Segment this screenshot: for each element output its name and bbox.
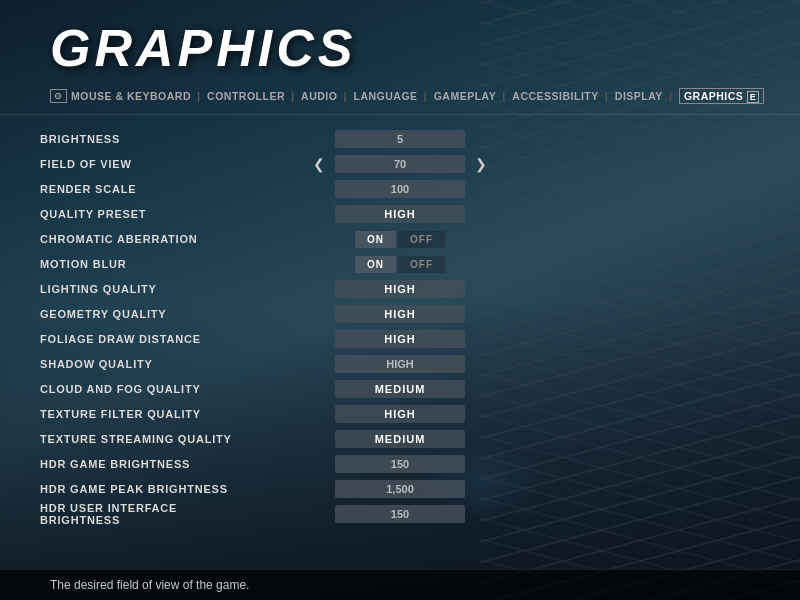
render-scale-value[interactable]: 100	[335, 180, 465, 198]
motion-blur-on[interactable]: ON	[355, 256, 396, 273]
setting-row-hdr-ui: HDR USER INTERFACE BRIGHTNESS 150	[40, 502, 540, 526]
setting-row-hdr-peak: HDR GAME PEAK BRIGHTNESS 1,500	[40, 477, 540, 501]
setting-control-cloud-fog: MEDIUM	[260, 380, 540, 398]
setting-control-hdr-ui: 150	[260, 505, 540, 523]
setting-control-motion-blur: ON OFF	[260, 256, 540, 273]
chromatic-toggle: ON OFF	[355, 231, 445, 248]
lighting-value[interactable]: HIGH	[335, 280, 465, 298]
setting-row-foliage: FOLIAGE DRAW DISTANCE HIGH	[40, 327, 540, 351]
fov-arrow-control: ❮ 70 ❯	[311, 155, 489, 173]
setting-label-texture-streaming: TEXTURE STREAMING QUALITY	[40, 433, 260, 445]
foliage-value[interactable]: HIGH	[335, 330, 465, 348]
hdr-peak-value[interactable]: 1,500	[335, 480, 465, 498]
nav-item-graphics[interactable]: GRAPHICS E	[679, 88, 764, 104]
nav-item-accessibility[interactable]: ACCESSIBILITY	[512, 90, 598, 102]
setting-label-fov: FIELD OF VIEW	[40, 158, 260, 170]
nav-item-display[interactable]: DISPLAY	[615, 90, 663, 102]
fov-arrow-right[interactable]: ❯	[473, 156, 489, 172]
hdr-ui-value[interactable]: 150	[335, 505, 465, 523]
setting-control-quality-preset: HIGH	[260, 205, 540, 223]
chromatic-off[interactable]: OFF	[398, 231, 445, 248]
setting-label-brightness: BRIGHTNESS	[40, 133, 260, 145]
setting-row-cloud-fog: CLOUD AND FOG QUALITY MEDIUM	[40, 377, 540, 401]
setting-label-quality-preset: QUALITY PRESET	[40, 208, 260, 220]
setting-control-fov: ❮ 70 ❯	[260, 155, 540, 173]
page-title: GRAPHICS	[0, 0, 800, 84]
texture-streaming-value[interactable]: MEDIUM	[335, 430, 465, 448]
setting-control-texture-filter: HIGH	[260, 405, 540, 423]
setting-row-texture-filter: TEXTURE FILTER QUALITY HIGH	[40, 402, 540, 426]
nav-item-audio[interactable]: AUDIO	[301, 90, 337, 102]
setting-row-shadow: SHADOW QUALITY HIGH	[40, 352, 540, 376]
setting-row-fov: FIELD OF VIEW ❮ 70 ❯	[40, 152, 540, 176]
tooltip-bar: The desired field of view of the game.	[0, 569, 800, 600]
hdr-brightness-value[interactable]: 150	[335, 455, 465, 473]
setting-label-texture-filter: TEXTURE FILTER QUALITY	[40, 408, 260, 420]
nav-item-language[interactable]: LANGUAGE	[354, 90, 418, 102]
setting-label-lighting: LIGHTING QUALITY	[40, 283, 260, 295]
motion-blur-off[interactable]: OFF	[398, 256, 445, 273]
setting-control-texture-streaming: MEDIUM	[260, 430, 540, 448]
nav-item-controller[interactable]: CONTROLLER	[207, 90, 285, 102]
setting-row-texture-streaming: TEXTURE STREAMING QUALITY MEDIUM	[40, 427, 540, 451]
setting-control-shadow: HIGH	[260, 355, 540, 373]
setting-label-foliage: FOLIAGE DRAW DISTANCE	[40, 333, 260, 345]
setting-control-lighting: HIGH	[260, 280, 540, 298]
setting-control-geometry: HIGH	[260, 305, 540, 323]
setting-label-shadow: SHADOW QUALITY	[40, 358, 260, 370]
setting-row-render-scale: RENDER SCALE 100	[40, 177, 540, 201]
shadow-value[interactable]: HIGH	[335, 355, 465, 373]
fov-arrow-left[interactable]: ❮	[311, 156, 327, 172]
setting-control-render-scale: 100	[260, 180, 540, 198]
setting-row-motion-blur: MOTION BLUR ON OFF	[40, 252, 540, 276]
geometry-value[interactable]: HIGH	[335, 305, 465, 323]
texture-filter-value[interactable]: HIGH	[335, 405, 465, 423]
setting-control-hdr-brightness: 150	[260, 455, 540, 473]
setting-control-chromatic: ON OFF	[260, 231, 540, 248]
fov-value[interactable]: 70	[335, 155, 465, 173]
setting-label-cloud-fog: CLOUD AND FOG QUALITY	[40, 383, 260, 395]
setting-row-brightness: BRIGHTNESS 5	[40, 127, 540, 151]
cloud-fog-value[interactable]: MEDIUM	[335, 380, 465, 398]
setting-control-foliage: HIGH	[260, 330, 540, 348]
nav-item-gameplay[interactable]: GAMEPLAY	[434, 90, 497, 102]
nav-bar: ⊙ MOUSE & KEYBOARD | CONTROLLER | AUDIO …	[0, 84, 800, 115]
setting-label-chromatic: CHROMATIC ABERRATION	[40, 233, 260, 245]
setting-label-render-scale: RENDER SCALE	[40, 183, 260, 195]
setting-label-geometry: GEOMETRY QUALITY	[40, 308, 260, 320]
nav-keyboard-icon: ⊙	[50, 89, 67, 103]
setting-label-hdr-brightness: HDR GAME BRIGHTNESS	[40, 458, 260, 470]
brightness-value[interactable]: 5	[335, 130, 465, 148]
setting-row-lighting: LIGHTING QUALITY HIGH	[40, 277, 540, 301]
setting-label-hdr-ui: HDR USER INTERFACE BRIGHTNESS	[40, 502, 260, 526]
motion-blur-toggle: ON OFF	[355, 256, 445, 273]
setting-row-geometry: GEOMETRY QUALITY HIGH	[40, 302, 540, 326]
setting-control-brightness: 5	[260, 130, 540, 148]
setting-control-hdr-peak: 1,500	[260, 480, 540, 498]
quality-preset-value[interactable]: HIGH	[335, 205, 465, 223]
setting-row-quality-preset: QUALITY PRESET HIGH	[40, 202, 540, 226]
setting-label-hdr-peak: HDR GAME PEAK BRIGHTNESS	[40, 483, 260, 495]
tooltip-text: The desired field of view of the game.	[50, 578, 249, 592]
setting-row-chromatic: CHROMATIC ABERRATION ON OFF	[40, 227, 540, 251]
setting-label-motion-blur: MOTION BLUR	[40, 258, 260, 270]
settings-panel: BRIGHTNESS 5 FIELD OF VIEW ❮ 70 ❯ RENDER…	[40, 127, 540, 526]
nav-item-mouse-keyboard[interactable]: MOUSE & KEYBOARD	[71, 90, 191, 102]
chromatic-on[interactable]: ON	[355, 231, 396, 248]
setting-row-hdr-brightness: HDR GAME BRIGHTNESS 150	[40, 452, 540, 476]
